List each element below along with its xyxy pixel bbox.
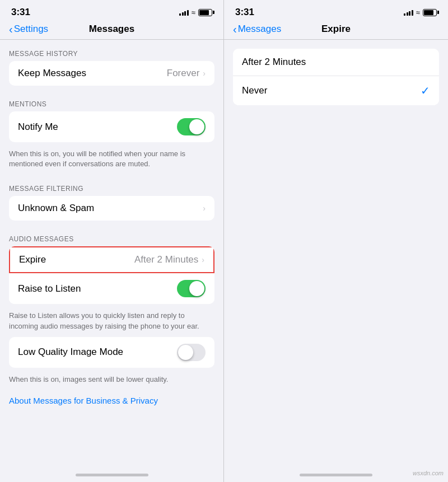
toggle-knob: [189, 119, 204, 134]
status-icons-right: ≈: [404, 8, 437, 17]
expire-options-group: After 2 Minutes Never ✓: [233, 49, 439, 105]
nav-bar-left: ‹ Settings Messages: [0, 21, 223, 40]
keep-messages-chevron: ›: [203, 69, 206, 78]
home-indicator-right: [300, 474, 372, 476]
raise-to-listen-subtext: Raise to Listen allows you to quickly li…: [0, 308, 223, 336]
expire-value-container: After 2 Minutes ›: [134, 254, 204, 265]
battery-icon: [198, 9, 212, 16]
back-button-right[interactable]: ‹ Messages: [233, 23, 281, 36]
low-quality-row: Low Quality Image Mode: [9, 337, 214, 368]
notify-me-label: Notify Me: [18, 121, 58, 133]
wifi-icon-right: ≈: [416, 8, 420, 17]
audio-messages-group: Expire After 2 Minutes › Raise to Listen: [9, 246, 214, 304]
unknown-spam-chevron: ›: [203, 204, 206, 213]
status-icons-left: ≈: [179, 8, 212, 17]
nav-bar-right: ‹ Messages Expire: [224, 21, 448, 40]
low-quality-group: Low Quality Image Mode: [9, 337, 214, 368]
home-indicator-left: [76, 474, 148, 476]
notify-me-toggle[interactable]: [177, 118, 206, 135]
wifi-icon: ≈: [192, 8, 195, 17]
expire-value: After 2 Minutes: [134, 254, 198, 265]
keep-messages-value-container: Forever ›: [167, 68, 206, 79]
unknown-spam-row[interactable]: Unknown & Spam ›: [9, 196, 214, 221]
signal-bar-4: [187, 10, 189, 16]
back-chevron-right-icon: ‹: [233, 23, 237, 36]
message-history-group: Keep Messages Forever ›: [9, 61, 214, 86]
signal-bar-1: [179, 13, 181, 16]
battery-fill-right: [424, 10, 433, 15]
signal-bar-r3: [409, 11, 410, 16]
footer-link[interactable]: About Messages for Business & Privacy: [0, 390, 223, 411]
section-message-filtering: MESSAGE FILTERING: [0, 175, 223, 196]
raise-to-listen-row: Raise to Listen: [9, 273, 214, 304]
left-panel: 3:31 ≈ ‹ Settings Messages MESSAGE HISTO…: [0, 0, 224, 482]
unknown-spam-label: Unknown & Spam: [18, 203, 94, 214]
signal-bar-r2: [407, 12, 408, 16]
back-label-right: Messages: [238, 24, 281, 35]
back-chevron-icon: ‹: [9, 23, 13, 36]
status-time-left: 3:31: [11, 7, 30, 18]
status-time-right: 3:31: [235, 7, 254, 18]
battery-icon-right: [423, 9, 437, 16]
signal-icon-right: [404, 9, 413, 16]
raise-to-listen-toggle[interactable]: [177, 280, 206, 297]
expire-option-label-1: Never: [242, 85, 267, 96]
signal-bar-r1: [404, 13, 405, 16]
expire-chevron: ›: [202, 255, 204, 264]
keep-messages-label: Keep Messages: [18, 68, 86, 79]
nav-title-left: Messages: [89, 24, 134, 35]
status-bar-left: 3:31 ≈: [0, 0, 223, 21]
expire-option-after-2-minutes[interactable]: After 2 Minutes: [233, 49, 439, 76]
low-quality-knob: [178, 345, 193, 360]
expire-option-label-0: After 2 Minutes: [242, 57, 306, 68]
keep-messages-row[interactable]: Keep Messages Forever ›: [9, 61, 214, 86]
section-message-history: MESSAGE HISTORY: [0, 40, 223, 61]
back-label-left: Settings: [14, 24, 48, 35]
signal-bar-r4: [412, 10, 413, 16]
expire-row[interactable]: Expire After 2 Minutes ›: [9, 246, 214, 273]
back-button-left[interactable]: ‹ Settings: [9, 23, 48, 36]
raise-to-listen-label: Raise to Listen: [18, 283, 81, 294]
status-bar-right: 3:31 ≈: [224, 0, 448, 21]
mentions-group: Notify Me: [9, 111, 214, 142]
low-quality-toggle[interactable]: [177, 344, 206, 361]
signal-icon: [179, 9, 189, 16]
unknown-spam-value-container: ›: [202, 204, 206, 213]
low-quality-subtext: When this is on, images sent will be low…: [0, 372, 223, 390]
section-mentions: MENTIONS: [0, 90, 223, 111]
expire-option-never[interactable]: Never ✓: [233, 76, 439, 105]
right-panel: 3:31 ≈ ‹ Messages Expire After 2 Minutes: [224, 0, 448, 482]
notify-me-row: Notify Me: [9, 111, 214, 142]
raise-toggle-knob: [189, 281, 204, 296]
low-quality-label: Low Quality Image Mode: [18, 347, 123, 358]
signal-bar-3: [184, 11, 186, 16]
keep-messages-value: Forever: [167, 68, 200, 79]
expire-label: Expire: [19, 254, 46, 265]
message-filtering-group: Unknown & Spam ›: [9, 196, 214, 221]
signal-bar-2: [182, 12, 184, 16]
scroll-content-left: MESSAGE HISTORY Keep Messages Forever › …: [0, 40, 223, 469]
checkmark-icon: ✓: [421, 84, 430, 97]
watermark: wsxdn.com: [413, 470, 444, 476]
notify-me-subtext: When this is on, you will be notified wh…: [0, 147, 223, 175]
nav-title-right: Expire: [321, 24, 351, 35]
section-audio-messages: AUDIO MESSAGES: [0, 225, 223, 246]
battery-fill: [199, 10, 209, 15]
